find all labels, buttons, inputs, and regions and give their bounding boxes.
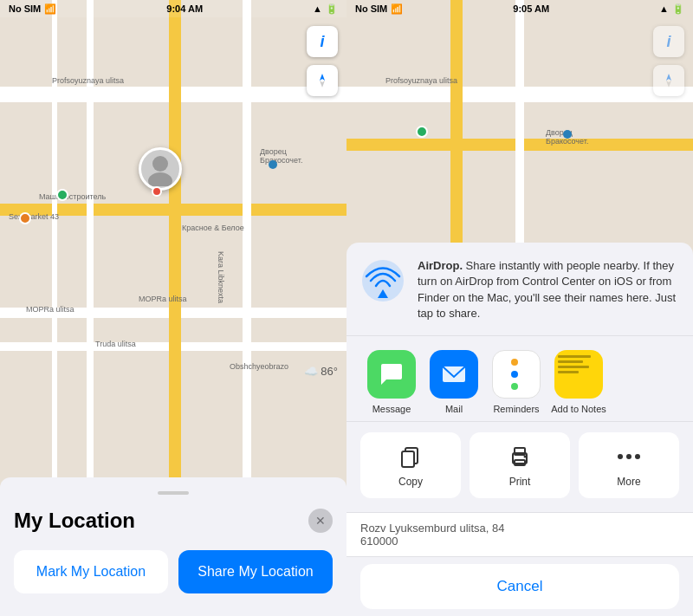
- wifi-icon: 📶: [44, 3, 56, 15]
- copy-icon: [397, 443, 424, 470]
- svg-point-1: [148, 172, 172, 186]
- map-label-mashinostroitel: Машиностроитель: [39, 192, 106, 201]
- place-dot-orange: [19, 212, 31, 224]
- print-icon: [506, 443, 534, 470]
- status-bar-left: No SIM 📶 9:04 AM ▲ 🔋: [0, 0, 346, 17]
- place-dot-r-green: [416, 126, 428, 138]
- place-dot-green: [56, 189, 68, 201]
- my-location-button[interactable]: [307, 65, 338, 96]
- right-panel: No SIM 📶 9:05 AM ▲ 🔋 Profsoyuznaya ulits…: [346, 0, 693, 616]
- close-button[interactable]: ✕: [308, 509, 333, 533]
- mark-location-button[interactable]: Mark My Location: [14, 550, 168, 593]
- my-location-button-right[interactable]: [653, 65, 684, 96]
- road-v4: [52, 0, 57, 477]
- mail-icon: [430, 350, 478, 399]
- reminders-label: Reminders: [493, 404, 539, 414]
- info-button[interactable]: i: [307, 26, 338, 57]
- map-label-mopra1: MOPRa ulitsa: [26, 305, 74, 314]
- place-dot-r-dvorec: [563, 130, 572, 139]
- map-label-kara: Kara Libknexta: [217, 251, 225, 303]
- cancel-label: Cancel: [497, 578, 543, 594]
- map-label-dvorec: ДворецБракосочет.: [260, 147, 302, 165]
- address-text: Rozv Lyuksemburd ulitsa, 84: [360, 522, 504, 535]
- svg-point-13: [524, 456, 527, 458]
- location-bottom-sheet: My Location ✕ Mark My Location Share My …: [0, 477, 346, 616]
- map-label-r-profsoyuznaya: Profsoyuznaya ulitsa: [385, 76, 457, 85]
- wifi-icon-right: 📶: [391, 3, 403, 15]
- share-item-message[interactable]: Message: [360, 350, 423, 414]
- svg-marker-4: [666, 74, 671, 81]
- map-label-mopra2: MOPRa ulitsa: [139, 295, 187, 303]
- share-item-mail[interactable]: Mail: [423, 350, 485, 414]
- sheet-title: My Location: [14, 509, 135, 533]
- message-label: Message: [372, 404, 411, 414]
- airdrop-banner: AirDrop. Share instantly with people nea…: [346, 243, 693, 336]
- road-yellow-v: [169, 0, 181, 477]
- airdrop-svg: [360, 258, 405, 303]
- map-label-obshch: Obshchyeobrazo: [230, 362, 288, 371]
- print-label: Print: [509, 476, 531, 488]
- notes-icon: [554, 350, 603, 399]
- svg-point-16: [635, 454, 640, 459]
- weather-badge: ☁️ 86°: [304, 365, 338, 378]
- share-item-reminders[interactable]: Reminders: [485, 350, 547, 414]
- airdrop-description: AirDrop. Share instantly with people nea…: [418, 258, 679, 321]
- map-label-profsoyuznaya: Profsoyuznaya ulitsa: [52, 76, 124, 85]
- map-area-right: Profsoyuznaya ulitsa ДворецБракосочет. i: [346, 0, 693, 616]
- mail-label: Mail: [445, 404, 463, 414]
- svg-point-15: [626, 454, 631, 459]
- time-right: 9:05 AM: [513, 3, 549, 14]
- notes-label: Add to Notes: [551, 404, 606, 414]
- user-avatar-svg: [143, 152, 178, 186]
- airdrop-icon: [360, 258, 405, 303]
- road-v3: [87, 0, 94, 477]
- copy-button[interactable]: Copy: [360, 432, 461, 498]
- user-location-pin: [139, 147, 182, 191]
- left-panel: No SIM 📶 9:04 AM ▲ 🔋 Profsoyuznaya ulits…: [0, 0, 346, 616]
- compass-icon: [314, 72, 331, 89]
- postal-code: 610000: [360, 535, 398, 548]
- battery-icon: 🔋: [326, 3, 338, 15]
- print-button[interactable]: Print: [470, 432, 570, 498]
- svg-point-0: [152, 156, 168, 172]
- compass-icon-right: [660, 72, 677, 89]
- time-left: 9:04 AM: [166, 3, 203, 14]
- carrier-right: No SIM: [355, 3, 387, 14]
- battery-icon-right: 🔋: [672, 3, 684, 15]
- share-apps-row: Message Mail: [346, 336, 693, 422]
- map-label-sex-market: Sex Market 43: [9, 212, 59, 221]
- map-label-krasnoe: Красное & Белое: [182, 224, 244, 232]
- map-area-left: Profsoyuznaya ulitsa Sex Market 43 Машин…: [0, 0, 346, 477]
- sheet-header: My Location ✕: [14, 509, 333, 533]
- message-icon: [367, 350, 416, 399]
- share-item-notes[interactable]: Add to Notes: [547, 350, 610, 414]
- address-bar: Rozv Lyuksemburd ulitsa, 84 610000: [346, 513, 693, 557]
- status-bar-right: No SIM 📶 9:05 AM ▲ 🔋: [346, 0, 693, 17]
- location-icon: ▲: [313, 3, 322, 14]
- more-button[interactable]: More: [579, 432, 679, 498]
- more-label: More: [617, 476, 640, 488]
- share-sheet: AirDrop. Share instantly with people nea…: [346, 243, 693, 616]
- copy-label: Copy: [398, 476, 423, 488]
- share-location-button[interactable]: Share My Location: [178, 550, 333, 593]
- sheet-actions: Mark My Location Share My Location: [14, 550, 333, 593]
- location-dot: [152, 186, 162, 197]
- arrow-icon-right: ▲: [659, 3, 669, 14]
- svg-marker-3: [320, 81, 325, 88]
- svg-point-14: [618, 454, 623, 459]
- cancel-button[interactable]: Cancel: [360, 564, 679, 609]
- svg-rect-9: [402, 451, 414, 467]
- place-dot-dvorec: [269, 160, 277, 169]
- more-icon: [615, 443, 643, 470]
- map-background-left: Profsoyuznaya ulitsa Sex Market 43 Машин…: [0, 0, 346, 477]
- action-row: Copy Print: [346, 422, 693, 513]
- svg-marker-2: [320, 74, 325, 81]
- reminders-icon: [492, 350, 541, 399]
- svg-marker-5: [666, 81, 671, 88]
- drag-handle: [158, 491, 189, 495]
- carrier-left: No SIM: [9, 3, 41, 14]
- map-label-truda: Truda ulitsa: [95, 340, 136, 348]
- road-v2: [243, 0, 251, 477]
- info-button-right[interactable]: i: [653, 26, 684, 57]
